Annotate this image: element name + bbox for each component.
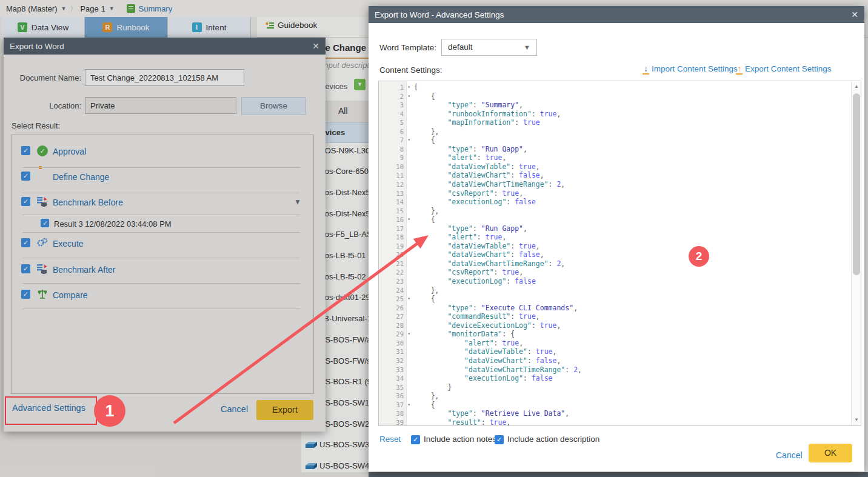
line-number: 32 bbox=[379, 356, 406, 365]
code-line[interactable]: "dataViewChartTimeRange": 2, bbox=[414, 365, 850, 375]
import-content-settings-link[interactable]: ↓Import Content Settings bbox=[643, 64, 738, 75]
code-line[interactable]: "alert": true, bbox=[414, 339, 850, 348]
json-editor-code[interactable]: [ { "type": "Summary", "runbookInformati… bbox=[414, 83, 850, 426]
code-line[interactable]: "mapInformation": true bbox=[414, 118, 850, 127]
code-line[interactable]: "type": "Run Gapp", bbox=[414, 224, 850, 233]
json-editor-gutter: 1▾2▾34567▾8910111213141516▾1718192021222… bbox=[379, 81, 407, 425]
code-line[interactable]: "type": "Execute CLI Commands", bbox=[414, 304, 850, 313]
code-line[interactable]: "executionLog": false bbox=[414, 277, 850, 286]
cancel-link[interactable]: Cancel bbox=[776, 450, 803, 460]
export-content-settings-link[interactable]: ↑Export Content Settings bbox=[736, 64, 832, 75]
include-action-description-checkbox[interactable] bbox=[495, 435, 504, 444]
include-action-description-row: Include action description bbox=[495, 435, 599, 444]
line-number: 26 bbox=[379, 304, 406, 313]
line-number: 22 bbox=[379, 268, 406, 277]
line-number: 30 bbox=[379, 339, 406, 348]
code-line[interactable]: "dataViewChart": false, bbox=[414, 356, 850, 365]
code-line[interactable]: "type": "Retrieve Live Data", bbox=[414, 409, 850, 418]
code-line[interactable]: { bbox=[414, 295, 850, 304]
line-number: 28 bbox=[379, 321, 406, 330]
line-number: 20 bbox=[379, 250, 406, 259]
json-editor[interactable]: 1▾2▾34567▾8910111213141516▾1718192021222… bbox=[378, 81, 861, 426]
line-number: 6 bbox=[379, 127, 406, 136]
line-number: 34 bbox=[379, 374, 406, 383]
code-line[interactable]: "runbookInformation": true, bbox=[414, 110, 850, 119]
line-number: 23 bbox=[379, 277, 406, 286]
code-line[interactable]: "alert": true, bbox=[414, 233, 850, 242]
code-line[interactable]: }, bbox=[414, 127, 850, 136]
close-icon[interactable]: ✕ bbox=[851, 10, 858, 19]
include-action-notes-row: Include action notes bbox=[411, 435, 496, 444]
fold-toggle-icon[interactable]: ▾ bbox=[407, 215, 410, 224]
reset-link[interactable]: Reset bbox=[379, 435, 401, 444]
code-line[interactable]: "dataViewChartTimeRange": 2, bbox=[414, 259, 850, 269]
code-line[interactable]: { bbox=[414, 401, 850, 410]
include-action-notes-checkbox[interactable] bbox=[411, 435, 420, 444]
code-line[interactable]: }, bbox=[414, 207, 850, 216]
editor-scrollbar[interactable]: ▲ ▼ bbox=[851, 81, 861, 425]
export-icon: ↑ bbox=[736, 64, 743, 75]
fold-toggle-icon[interactable]: ▾ bbox=[407, 295, 410, 304]
code-line[interactable]: }, bbox=[414, 392, 850, 401]
code-line[interactable]: [ bbox=[414, 83, 850, 92]
advanced-settings-dialog: Export to Word - Advanced Settings ✕ Wor… bbox=[369, 6, 864, 472]
line-number: 12 bbox=[379, 180, 406, 189]
code-line[interactable]: "csvReport": true, bbox=[414, 189, 850, 198]
line-number: 25▾ bbox=[379, 295, 406, 304]
code-line[interactable]: "result": true, bbox=[414, 418, 850, 426]
code-line[interactable]: } bbox=[414, 383, 850, 392]
line-number: 1▾ bbox=[379, 83, 406, 92]
chevron-down-icon: ▼ bbox=[524, 44, 530, 51]
fold-toggle-icon[interactable]: ▾ bbox=[407, 330, 410, 339]
code-line[interactable]: "commandResult": true, bbox=[414, 312, 850, 321]
code-line[interactable]: "dataViewTable": true, bbox=[414, 162, 850, 172]
code-line[interactable]: { bbox=[414, 136, 850, 145]
code-line[interactable]: "csvReport": true, bbox=[414, 268, 850, 277]
code-line[interactable]: "type": "Run Qapp", bbox=[414, 145, 850, 154]
code-line[interactable]: "executionLog": false bbox=[414, 198, 850, 207]
fold-toggle-icon[interactable]: ▾ bbox=[407, 136, 410, 145]
code-line[interactable]: "type": "Summary", bbox=[414, 101, 850, 110]
code-line[interactable]: }, bbox=[414, 286, 850, 295]
code-line[interactable]: "dataViewChartTimeRange": 2, bbox=[414, 180, 850, 189]
ok-button[interactable]: OK bbox=[809, 444, 852, 462]
line-number: 31 bbox=[379, 347, 406, 356]
line-number: 18 bbox=[379, 233, 406, 242]
code-line[interactable]: "alert": true, bbox=[414, 153, 850, 162]
line-number: 3 bbox=[379, 101, 406, 110]
word-template-label: Word Template: bbox=[379, 43, 436, 52]
include-action-notes-label: Include action notes bbox=[424, 435, 496, 444]
content-settings-label: Content Settings: bbox=[379, 65, 442, 75]
line-number: 35 bbox=[379, 383, 406, 392]
code-line[interactable]: { bbox=[414, 215, 850, 224]
line-number: 39 bbox=[379, 418, 406, 426]
code-line[interactable]: "monitorData": { bbox=[414, 330, 850, 339]
include-action-description-label: Include action description bbox=[507, 435, 599, 444]
annotation-step-2-badge: 2 bbox=[689, 246, 709, 267]
fold-toggle-icon[interactable]: ▾ bbox=[407, 92, 410, 101]
line-number: 24 bbox=[379, 286, 406, 295]
word-template-select[interactable]: default ▼ bbox=[441, 39, 537, 56]
line-number: 17 bbox=[379, 224, 406, 233]
line-number: 11 bbox=[379, 171, 406, 180]
fold-toggle-icon[interactable]: ▾ bbox=[407, 401, 410, 410]
code-line[interactable]: "dataViewTable": true, bbox=[414, 242, 850, 251]
line-number: 19 bbox=[379, 242, 406, 251]
scrollbar-thumb[interactable] bbox=[853, 93, 860, 275]
line-number: 15 bbox=[379, 207, 406, 216]
scroll-down-icon[interactable]: ▼ bbox=[853, 416, 860, 424]
line-number: 9 bbox=[379, 153, 406, 162]
code-line[interactable]: "dataViewChart": false, bbox=[414, 171, 850, 180]
code-line[interactable]: "executionLog": false bbox=[414, 374, 850, 383]
word-template-value: default bbox=[448, 42, 473, 52]
code-line[interactable]: "dataViewTable": true, bbox=[414, 347, 850, 356]
code-line[interactable]: "deviceExecutionLog": true, bbox=[414, 321, 850, 330]
line-number: 27 bbox=[379, 312, 406, 321]
line-number: 4 bbox=[379, 110, 406, 119]
scroll-up-icon[interactable]: ▲ bbox=[853, 83, 860, 90]
code-line[interactable]: "dataViewChart": false, bbox=[414, 250, 850, 259]
fold-toggle-icon[interactable]: ▾ bbox=[407, 83, 410, 92]
line-number: 16▾ bbox=[379, 215, 406, 224]
code-line[interactable]: { bbox=[414, 92, 850, 101]
line-number: 5 bbox=[379, 118, 406, 127]
